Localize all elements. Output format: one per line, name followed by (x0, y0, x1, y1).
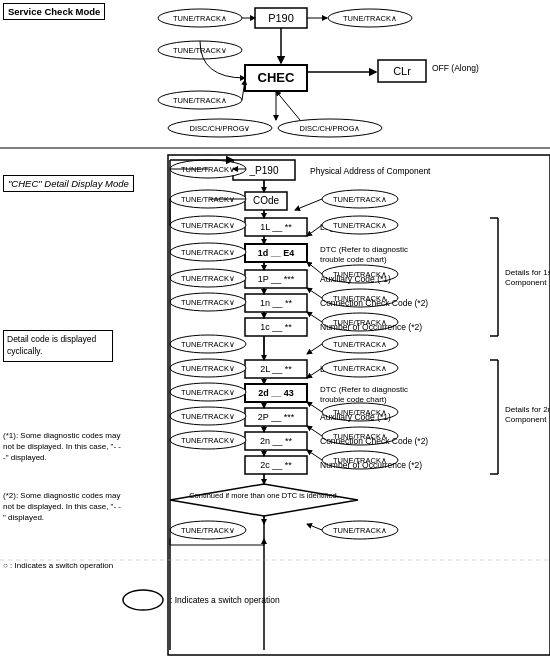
tune-track-up-bottom: TUNE/TRACK∧ (173, 96, 227, 105)
svg-line-81 (295, 199, 322, 210)
2d-label: 2d __ 43 (258, 388, 294, 398)
p190-bottom-label: _P190 (249, 165, 279, 176)
2p-label: 2P __ *** (258, 412, 295, 422)
aux-code-1: Auxiliary Code (*1) (320, 274, 391, 284)
svg-line-17 (276, 91, 300, 120)
tt-up-7: TUNE/TRACK∧ (333, 340, 387, 349)
2n-label: 2n __ ** (260, 436, 293, 446)
tt-up-bottom: TUNE/TRACK∧ (333, 526, 387, 535)
details-1st-label: Details for 1st (505, 268, 550, 277)
conn-check-1: Connection Check Code (*2) (320, 298, 428, 308)
dtc-ref-2a: DTC (Refer to diagnostic (320, 385, 408, 394)
details-2nd-label2: Component (505, 415, 547, 424)
off-along-label: OFF (Along) (432, 63, 479, 73)
code-label: COde (253, 195, 280, 206)
tt-down-6: TUNE/TRACK∨ (181, 298, 235, 307)
tt-down-5: TUNE/TRACK∨ (181, 274, 235, 283)
chec-label: CHEC (258, 70, 295, 85)
svg-marker-71 (170, 484, 358, 516)
clr-label: CLr (393, 65, 411, 77)
svg-line-85 (307, 312, 322, 322)
oval-indicator-label: : Indicates a switch operation (170, 595, 280, 605)
svg-line-89 (307, 426, 322, 436)
tt-down-bottom: TUNE/TRACK∨ (181, 526, 235, 535)
tt-down-4: TUNE/TRACK∨ (181, 248, 235, 257)
1n-label: 1n __ ** (260, 298, 293, 308)
aux-code-2: Auxiliary Code (*1) (320, 412, 391, 422)
1l-label: 1L __ ** (260, 222, 292, 232)
dtc-ref-1b: trouble code chart) (320, 255, 387, 264)
tt-down-7: TUNE/TRACK∨ (181, 340, 235, 349)
tune-track-up-top: TUNE/TRACK∧ (173, 14, 227, 23)
continued-label: Continued if more than one DTC is identi… (189, 491, 339, 500)
tt-down-10: TUNE/TRACK∨ (181, 412, 235, 421)
svg-point-97 (123, 590, 163, 610)
disc-prog-down: DISC/CH/PROG∨ (189, 124, 250, 133)
tt-down-9: TUNE/TRACK∨ (181, 388, 235, 397)
conn-check-2: Connection Check Code (*2) (320, 436, 428, 446)
2c-label: 2c __ ** (260, 460, 292, 470)
disc-prog-up: DISC/CH/PROG∧ (299, 124, 360, 133)
dtc-ref-1a: DTC (Refer to diagnostic (320, 245, 408, 254)
details-1st-label2: Component (505, 278, 547, 287)
1d-label: 1d __ E4 (258, 248, 295, 258)
tt-up-3: TUNE/TRACK∧ (333, 221, 387, 230)
svg-line-84 (307, 288, 322, 298)
tt-down-11: TUNE/TRACK∨ (181, 436, 235, 445)
1p-label: 1P __ *** (258, 274, 295, 284)
diagram-svg: P190 CHEC CLr TUNE/TRACK∧ TUNE/TRACK∧ TU… (0, 0, 550, 669)
physical-address-label: Physical Address of Component (310, 166, 431, 176)
svg-line-91 (307, 524, 322, 530)
tune-track-up-topright: TUNE/TRACK∧ (343, 14, 397, 23)
svg-line-86 (307, 344, 322, 354)
1c-label: 1c __ ** (260, 322, 292, 332)
diagram-container: Service Check Mode "CHEC" Detail Display… (0, 0, 550, 669)
num-occur-1: Number of Occurrence (*2) (320, 322, 422, 332)
tt-up-2: TUNE/TRACK∧ (333, 195, 387, 204)
svg-line-90 (307, 450, 322, 460)
num-occur-2: Number of Occurrence (*2) (320, 460, 422, 470)
tt-down-3: TUNE/TRACK∨ (181, 221, 235, 230)
tt-up-8: TUNE/TRACK∧ (333, 364, 387, 373)
2l-label: 2L __ ** (260, 364, 292, 374)
tt-down-8: TUNE/TRACK∨ (181, 364, 235, 373)
details-2nd-label: Details for 2nd (505, 405, 550, 414)
p190-top-label: P190 (268, 12, 294, 24)
